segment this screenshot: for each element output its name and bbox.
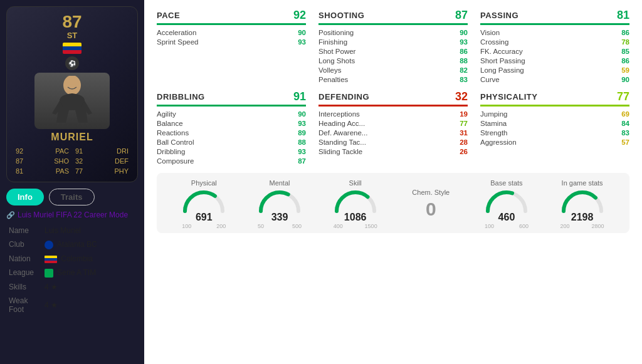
gauges-row: Physical 691 100 200 Mental 339 50 500 (157, 173, 629, 233)
shooting-header: SHOOTING 87 (318, 9, 468, 25)
gauge-ingame-svg (560, 189, 604, 214)
gauge-mental-svg (258, 189, 302, 214)
physicality-section: PHYSICALITY 77 Jumping 69 Stamina 84 Str… (480, 90, 629, 165)
dribbling-section: DRIBBLING 91 Agility 90 Balance 93 React… (157, 90, 306, 165)
stat-acceleration: Acceleration 90 (157, 28, 306, 37)
stat-reactions: Reactions 89 (157, 128, 306, 137)
gauge-ingame-label: In game stats (562, 179, 603, 187)
stat-heading-acc: Heading Acc... 77 (318, 118, 468, 128)
player-avatar (34, 73, 110, 129)
stat-sliding-tackle: Sliding Tackle 26 (318, 147, 468, 156)
card-position: ST (13, 31, 131, 40)
stat-long-shots: Long Shots 88 (318, 56, 468, 65)
gauge-physical-svg (182, 189, 226, 214)
link-icon: 🔗 (6, 211, 15, 219)
stat-fk-accuracy: FK. Accuracy 85 (480, 46, 629, 56)
info-row-nation: Nation Colombia (8, 252, 137, 265)
gauge-ingame-range: 200 2800 (560, 223, 604, 229)
stat-ball-control: Ball Control 88 (157, 137, 306, 147)
stat-penalties: Penalties 83 (318, 75, 468, 84)
player-info-table: Name Luis Muriel Club Atalanta BC Nation… (6, 223, 138, 317)
shooting-title: SHOOTING (318, 11, 364, 20)
stat-curve: Curve 90 (480, 75, 629, 84)
gauge-physical-value: 691 (196, 212, 213, 223)
passing-title: PASSING (480, 11, 518, 20)
gauge-mental-range: 50 500 (258, 223, 302, 229)
pace-score: 92 (293, 9, 306, 22)
defending-header: DEFENDING 32 (318, 90, 468, 107)
info-row-club: Club Atalanta BC (8, 238, 137, 251)
gauge-base-value: 460 (498, 212, 515, 223)
gauge-base-svg (485, 189, 529, 214)
gauge-ingame-value: 2198 (571, 212, 594, 223)
gauge-mental: Mental 339 50 500 (251, 179, 308, 229)
card-stat-sho: 87 SHO (13, 157, 71, 165)
stat-aggression: Aggression 57 (480, 137, 629, 147)
stats-middle-row: DRIBBLING 91 Agility 90 Balance 93 React… (157, 90, 629, 165)
stats-top-row: PACE 92 Acceleration 90 Sprint Speed 93 … (157, 9, 629, 84)
card-stat-phy: 77 PHY (73, 167, 131, 175)
gauge-skill: Skill 1086 400 1500 (327, 179, 384, 229)
physicality-title: PHYSICALITY (480, 92, 537, 101)
tab-traits[interactable]: Traits (49, 189, 95, 205)
stat-vision: Vision 86 (480, 28, 629, 37)
stat-volleys: Volleys 82 (318, 65, 468, 75)
pace-title: PACE (157, 11, 180, 20)
tab-info[interactable]: Info (6, 189, 44, 205)
stat-dribbling: Dribbling 93 (157, 147, 306, 156)
player-card: 87 ST ⚽ MURIEL 92 PAC (6, 6, 138, 182)
stat-composure: Composure 87 (157, 156, 306, 165)
pace-section: PACE 92 Acceleration 90 Sprint Speed 93 (157, 9, 306, 84)
gauge-physical-label: Physical (191, 179, 217, 187)
stat-def-awareness: Def. Awarene... 31 (318, 128, 468, 137)
dribbling-score: 91 (293, 90, 306, 103)
card-club-icon: ⚽ (65, 56, 79, 70)
physicality-score: 77 (617, 90, 629, 103)
stat-standing-tac: Standing Tac... 28 (318, 137, 468, 147)
info-row-weakfoot: Weak Foot 4 ★ (8, 294, 137, 316)
gauge-skill-label: Skill (349, 179, 362, 187)
stat-crossing: Crossing 78 (480, 37, 629, 46)
career-mode-link[interactable]: 🔗 Luis Muriel FIFA 22 Career Mode (6, 211, 138, 219)
card-flag (63, 43, 82, 54)
gauge-physical: Physical 691 100 200 (176, 179, 232, 229)
stat-positioning: Positioning 90 (318, 28, 468, 37)
stat-strength: Strength 83 (480, 128, 629, 137)
card-stat-pac: 92 PAC (13, 147, 71, 155)
dribbling-header: DRIBBLING 91 (157, 90, 306, 107)
passing-section: PASSING 81 Vision 86 Crossing 78 FK. Acc… (480, 9, 629, 84)
shooting-score: 87 (455, 9, 468, 22)
stat-stamina: Stamina 84 (480, 118, 629, 128)
defending-score: 32 (455, 90, 468, 103)
passing-score: 81 (617, 9, 629, 22)
stat-balance: Balance 93 (157, 118, 306, 128)
gauge-physical-range: 100 200 (182, 223, 226, 229)
stat-interceptions: Interceptions 19 (318, 109, 468, 118)
card-stats-grid: 92 PAC 91 DRI 87 SHO 32 DEF 81 PAS 77 PH… (13, 147, 131, 175)
gauge-skill-range: 400 1500 (334, 223, 377, 229)
stat-agility: Agility 90 (157, 109, 306, 118)
gauge-chem-label: Chem. Style (412, 189, 450, 196)
gauge-skill-value: 1086 (344, 212, 367, 223)
stats-panel: PACE 92 Acceleration 90 Sprint Speed 93 … (144, 0, 642, 364)
card-stat-dri: 91 DRI (73, 147, 131, 155)
gauge-chem-style: Chem. Style 0 (403, 189, 459, 220)
club-icon (45, 241, 53, 249)
player-name: MURIEL (13, 132, 131, 143)
gauge-mental-value: 339 (271, 212, 288, 223)
stat-shot-power: Shot Power 86 (318, 46, 468, 56)
nation-flag (45, 256, 57, 263)
gauge-skill-svg (334, 189, 377, 214)
info-row-skills: Skills 4 ★ (8, 281, 137, 293)
card-stat-pas: 81 PAS (13, 167, 71, 175)
gauge-base-stats: Base stats 460 100 600 (478, 179, 535, 229)
league-icon (45, 269, 53, 278)
gauge-ingame-stats: In game stats 2198 200 2800 (554, 179, 611, 229)
info-row-league: League Serie A TIM (8, 266, 137, 279)
gauge-mental-label: Mental (269, 179, 290, 187)
info-row-name: Name Luis Muriel (8, 224, 137, 237)
gauge-base-label: Base stats (490, 179, 522, 187)
svg-point-0 (63, 76, 81, 95)
player-card-panel: 87 ST ⚽ MURIEL 92 PAC (0, 0, 144, 364)
card-rating: 87 (13, 13, 131, 31)
